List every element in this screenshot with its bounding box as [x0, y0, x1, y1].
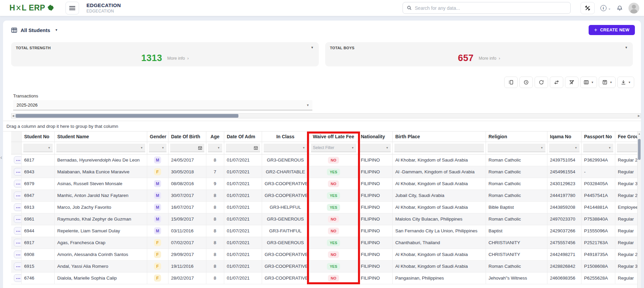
collapse-panel-chevron[interactable]: ‹ [0, 154, 2, 161]
table-row[interactable]: ⋯6817Bernadas, Hyureivendolph Aieu De Le… [11, 154, 641, 166]
table-row[interactable]: ⋯6746Dialola, Marielle Sophia CalipF28/0… [11, 272, 641, 284]
col-header-in-class[interactable]: In Class [262, 132, 309, 142]
cell-nationality: FILIPINO [358, 213, 392, 225]
cell-in-class: GR3-COOPERATIVE [262, 260, 309, 272]
row-actions-button[interactable]: ⋯ [14, 203, 21, 211]
cell-date-of-adm: 01/07/2021 [224, 166, 262, 178]
chevron-down-icon: ▼ [591, 81, 594, 84]
scroll-left-arrow-icon[interactable]: ◀ [12, 114, 14, 118]
table-row[interactable]: ⋯6943Malabanan, Maika Eunice MaraviveF30… [11, 166, 641, 178]
clear-filter-button[interactable] [565, 77, 578, 88]
more-info-link[interactable]: More info › [479, 56, 500, 61]
table-row[interactable]: ⋯6947Manhic, Anton Jarold Naz FaytarenM3… [11, 190, 641, 201]
cell-date-of-birth: 03/11/2016 [168, 225, 206, 237]
table-row[interactable]: ⋯6913Marco, Job Zachy FavoritoM16/07/201… [11, 201, 641, 213]
export-button[interactable]: ▼ [617, 77, 634, 88]
table-row[interactable]: ⋯6944Repelente, Liam Samuel DulayM03/11/… [11, 225, 641, 237]
row-actions-button[interactable]: ⋯ [14, 274, 21, 282]
row-actions-button[interactable]: ⋯ [14, 262, 21, 270]
user-avatar[interactable] [628, 3, 639, 13]
copy-pages-button[interactable] [504, 77, 518, 88]
row-actions-cell: ⋯ [11, 272, 21, 284]
notifications-button[interactable] [617, 5, 623, 11]
table-row[interactable]: ⋯6915Andal, Yassi Alia RomeroF19/11/2016… [11, 260, 641, 272]
table-row[interactable]: ⋯6917Agas, Franchesca OrapF07/02/2017801… [11, 237, 641, 249]
col-header-waive-off-late-fee[interactable]: Waive off Late Fee [309, 132, 358, 142]
col-header-student-name[interactable]: Student Name [54, 132, 147, 142]
waive-badge: YES [327, 204, 340, 211]
chevron-down-icon[interactable]: ▼ [625, 46, 628, 49]
row-actions-button[interactable]: ⋯ [14, 215, 21, 223]
chevron-down-icon: ▼ [48, 146, 51, 149]
export-download-icon [621, 80, 626, 85]
swap-horizontal-button[interactable] [550, 77, 563, 88]
row-actions-button[interactable]: ⋯ [14, 251, 21, 258]
transactions-select[interactable]: 2025-2026 ▼ [13, 100, 312, 110]
scroll-right-arrow-icon[interactable]: ▶ [638, 114, 640, 118]
col-header-religion[interactable]: Religion [486, 132, 547, 142]
col-header-birth-place[interactable]: Birth Place [392, 132, 486, 142]
table-row[interactable]: ⋯6979Asinas, Russell Steven MonsaleM08/0… [11, 178, 641, 190]
table-row[interactable]: ⋯6908Amorin, Alessandra Corinth SantosF2… [11, 249, 641, 260]
scroll-up-arrow-icon[interactable]: ▲ [638, 132, 641, 135]
menu-button[interactable] [66, 2, 79, 15]
view-header-row: All Students ▼ + CREATE NEW [3, 21, 641, 35]
tools-button[interactable] [581, 2, 595, 14]
col-header-age[interactable]: Age [206, 132, 224, 142]
group-panel[interactable]: Drag a column and drop it here to group … [3, 121, 641, 132]
filter-birth-place[interactable] [394, 144, 484, 152]
col-header-passport-no[interactable]: Passport No [581, 132, 615, 142]
col-header-nationality[interactable]: Nationality [358, 132, 392, 142]
table-row[interactable]: ⋯6961Raymundo, Khal Zephyr de GuzmanM15/… [11, 213, 641, 225]
global-search[interactable] [403, 2, 571, 14]
info-menu[interactable]: i ⌄ [600, 5, 611, 11]
col-header-iqama-no[interactable]: Iqama No [547, 132, 581, 142]
brand-logo-text-right: L ERP [22, 3, 45, 12]
chevron-down-icon: ▼ [628, 81, 631, 84]
col-header-dob[interactable]: Date Of Birth [168, 132, 206, 142]
refresh-button[interactable] [535, 77, 548, 88]
history-button[interactable] [519, 77, 533, 88]
filter-waive-off-late-fee[interactable]: Select Filter▼ [311, 144, 356, 152]
filter-nationality[interactable]: ▼ [360, 144, 391, 152]
cell-age: 8 [206, 272, 224, 284]
filter-age[interactable]: ▼ [208, 144, 222, 152]
filter-passport-no[interactable]: ▼ [583, 144, 613, 152]
horizontal-scrollbar[interactable]: ◀ ▶ [11, 113, 641, 118]
gender-badge: M [154, 227, 161, 234]
horizontal-scrollbar-thumb[interactable] [16, 114, 238, 118]
col-header-date-of-adm[interactable]: Date Of Adm [224, 132, 262, 142]
cell-student-name: Bernadas, Hyureivendolph Aieu De Leon [54, 154, 147, 166]
more-info-link[interactable]: More info › [167, 56, 188, 61]
vertical-scrollbar[interactable]: ▲ [637, 132, 641, 288]
cell-date-of-birth: 29/09/2017 [168, 249, 206, 260]
row-actions-button[interactable]: ⋯ [14, 168, 21, 176]
save-layout-button[interactable]: ▼ [599, 77, 616, 88]
filter-religion[interactable]: ▼ [488, 144, 545, 152]
filter-dob[interactable] [170, 144, 204, 152]
filter-date-of-adm[interactable] [226, 144, 260, 152]
cell-waive-off-late-fee: YES [309, 260, 358, 272]
col-header-gender[interactable]: Gender [147, 132, 168, 142]
row-actions-button[interactable]: ⋯ [14, 192, 21, 199]
column-chooser-button[interactable]: ▼ [580, 77, 597, 88]
create-new-button[interactable]: + CREATE NEW [589, 25, 635, 35]
filter-iqama-no[interactable]: ▼ [549, 144, 579, 152]
row-actions-button[interactable]: ⋯ [14, 239, 21, 247]
row-actions-button[interactable]: ⋯ [14, 227, 21, 235]
row-actions-button[interactable]: ⋯ [14, 156, 21, 164]
chevron-down-icon[interactable]: ▼ [311, 46, 314, 49]
col-header-student-no[interactable]: Student No [21, 132, 54, 142]
search-input[interactable] [415, 5, 566, 11]
filter-gender[interactable]: ▼ [149, 144, 166, 152]
row-actions-button[interactable]: ⋯ [14, 180, 21, 188]
gender-badge: F [154, 275, 161, 282]
filter-fee-group[interactable] [617, 144, 641, 152]
vertical-scrollbar-thumb[interactable] [638, 139, 641, 160]
filter-in-class[interactable]: ▼ [264, 144, 307, 152]
filter-student-name[interactable]: ▼ [56, 144, 145, 152]
filter-student-no[interactable]: ▼ [23, 144, 53, 152]
cell-age: 9 [206, 178, 224, 190]
cell-student-name: Dialola, Marielle Sophia Calip [54, 272, 147, 284]
view-selector[interactable]: All Students ▼ [11, 27, 58, 33]
